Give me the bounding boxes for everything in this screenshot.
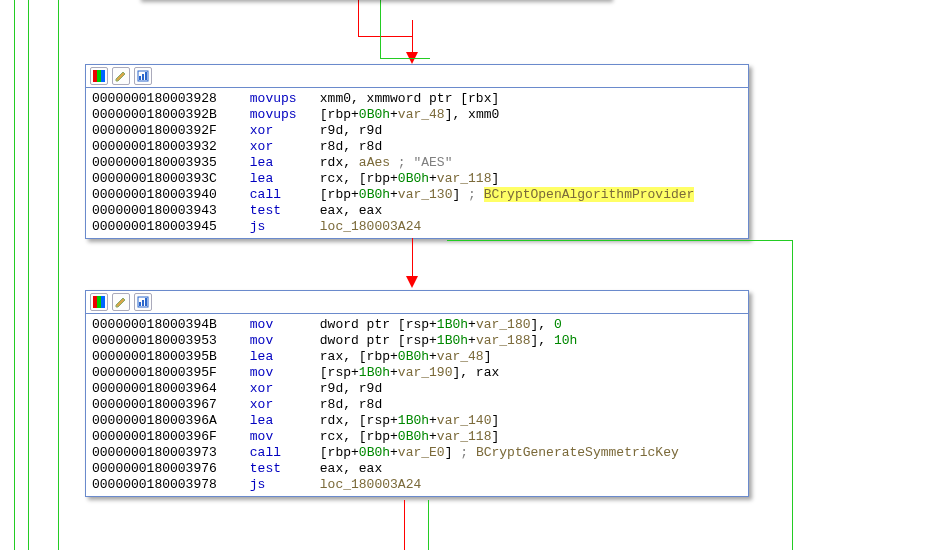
edit-icon[interactable] [112,67,130,85]
graph-canvas[interactable]: 0000000180003928 movupsxmm0, xmmword ptr… [0,0,936,550]
operands: dword ptr [rsp+1B0h+var_188], 10h [320,333,577,348]
svg-rect-13 [145,298,147,306]
node-toolbar [86,291,748,314]
address: 000000018000395F [92,365,242,381]
address: 0000000180003928 [92,91,242,107]
svg-rect-9 [101,296,105,308]
mnemonic: mov [250,429,320,445]
svg-rect-6 [145,72,147,80]
green-edge [28,0,29,550]
instruction-row[interactable]: 000000018000392F xorr9d, r9d [92,123,742,139]
address: 000000018000392F [92,123,242,139]
instruction-row[interactable]: 0000000180003978 jsloc_180003A24 [92,477,742,493]
operands: [rsp+1B0h+var_190], rax [320,365,499,380]
operands: dword ptr [rsp+1B0h+var_180], 0 [320,317,562,332]
instruction-row[interactable]: 0000000180003943 testeax, eax [92,203,742,219]
instruction-row[interactable]: 000000018000396A leardx, [rsp+1B0h+var_1… [92,413,742,429]
operands: r8d, r8d [320,397,382,412]
green-edge [380,0,381,58]
svg-rect-1 [97,70,101,82]
basic-block-1[interactable]: 0000000180003928 movupsxmm0, xmmword ptr… [85,64,749,239]
mnemonic: js [250,219,320,235]
mnemonic: test [250,461,320,477]
colormap-icon[interactable] [90,293,108,311]
green-edge [58,0,59,550]
svg-rect-2 [101,70,105,82]
address: 0000000180003967 [92,397,242,413]
address: 000000018000394B [92,317,242,333]
address: 000000018000396F [92,429,242,445]
address: 0000000180003945 [92,219,242,235]
operands: rcx, [rbp+0B0h+var_118] [320,429,499,444]
instruction-row[interactable]: 000000018000395F mov[rsp+1B0h+var_190], … [92,365,742,381]
mnemonic: lea [250,413,320,429]
operands: r9d, r9d [320,123,382,138]
green-edge [428,500,429,550]
address: 0000000180003976 [92,461,242,477]
address: 0000000180003973 [92,445,242,461]
operands: [rbp+0B0h+var_E0] ; BCryptGenerateSymmet… [320,445,679,460]
operands: loc_180003A24 [320,477,421,492]
svg-rect-7 [93,296,97,308]
operands: [rbp+0B0h+var_130] ; BCryptOpenAlgorithm… [320,187,695,202]
address: 000000018000396A [92,413,242,429]
instruction-row[interactable]: 000000018000392B movups[rbp+0B0h+var_48]… [92,107,742,123]
mnemonic: mov [250,365,320,381]
edit-icon[interactable] [112,293,130,311]
mnemonic: mov [250,333,320,349]
address: 000000018000392B [92,107,242,123]
address: 0000000180003953 [92,333,242,349]
red-edge [404,500,405,550]
address: 0000000180003964 [92,381,242,397]
mnemonic: xor [250,397,320,413]
svg-rect-8 [97,296,101,308]
green-edge [447,240,792,241]
operands: loc_180003A24 [320,219,421,234]
basic-block-2[interactable]: 000000018000394B movdword ptr [rsp+1B0h+… [85,290,749,497]
instruction-row[interactable]: 0000000180003967 xorr8d, r8d [92,397,742,413]
svg-rect-5 [142,74,144,80]
svg-rect-0 [93,70,97,82]
operands: eax, eax [320,461,382,476]
graph-icon[interactable] [134,67,152,85]
mnemonic: xor [250,381,320,397]
instruction-row[interactable]: 0000000180003935 leardx, aAes ; "AES" [92,155,742,171]
green-edge [792,240,793,550]
instruction-row[interactable]: 000000018000396F movrcx, [rbp+0B0h+var_1… [92,429,742,445]
instruction-row[interactable]: 0000000180003945 jsloc_180003A24 [92,219,742,235]
operands: rdx, aAes ; "AES" [320,155,453,170]
mnemonic: movups [250,107,320,123]
address: 0000000180003978 [92,477,242,493]
green-edge [14,0,15,550]
operands: rdx, [rsp+1B0h+var_140] [320,413,499,428]
mnemonic: call [250,445,320,461]
instruction-row[interactable]: 0000000180003928 movupsxmm0, xmmword ptr… [92,91,742,107]
address: 0000000180003943 [92,203,242,219]
red-edge [358,0,413,37]
instruction-row[interactable]: 0000000180003932 xorr8d, r8d [92,139,742,155]
graph-icon[interactable] [134,293,152,311]
operands: xmm0, xmmword ptr [rbx] [320,91,499,106]
address: 0000000180003935 [92,155,242,171]
operands: rcx, [rbp+0B0h+var_118] [320,171,499,186]
svg-rect-12 [142,300,144,306]
instruction-row[interactable]: 000000018000393C learcx, [rbp+0B0h+var_1… [92,171,742,187]
instruction-row[interactable]: 000000018000395B learax, [rbp+0B0h+var_4… [92,349,742,365]
instruction-row[interactable]: 0000000180003940 call[rbp+0B0h+var_130] … [92,187,742,203]
address: 0000000180003940 [92,187,242,203]
address: 0000000180003932 [92,139,242,155]
disassembly-listing[interactable]: 000000018000394B movdword ptr [rsp+1B0h+… [86,314,748,496]
colormap-icon[interactable] [90,67,108,85]
instruction-row[interactable]: 0000000180003964 xorr9d, r9d [92,381,742,397]
mnemonic: xor [250,139,320,155]
disassembly-listing[interactable]: 0000000180003928 movupsxmm0, xmmword ptr… [86,88,748,238]
mnemonic: lea [250,349,320,365]
operands: r9d, r9d [320,381,382,396]
instruction-row[interactable]: 0000000180003973 call[rbp+0B0h+var_E0] ;… [92,445,742,461]
svg-rect-4 [139,76,141,80]
instruction-row[interactable]: 000000018000394B movdword ptr [rsp+1B0h+… [92,317,742,333]
instruction-row[interactable]: 0000000180003976 testeax, eax [92,461,742,477]
address: 000000018000395B [92,349,242,365]
svg-rect-11 [139,302,141,306]
instruction-row[interactable]: 0000000180003953 movdword ptr [rsp+1B0h+… [92,333,742,349]
